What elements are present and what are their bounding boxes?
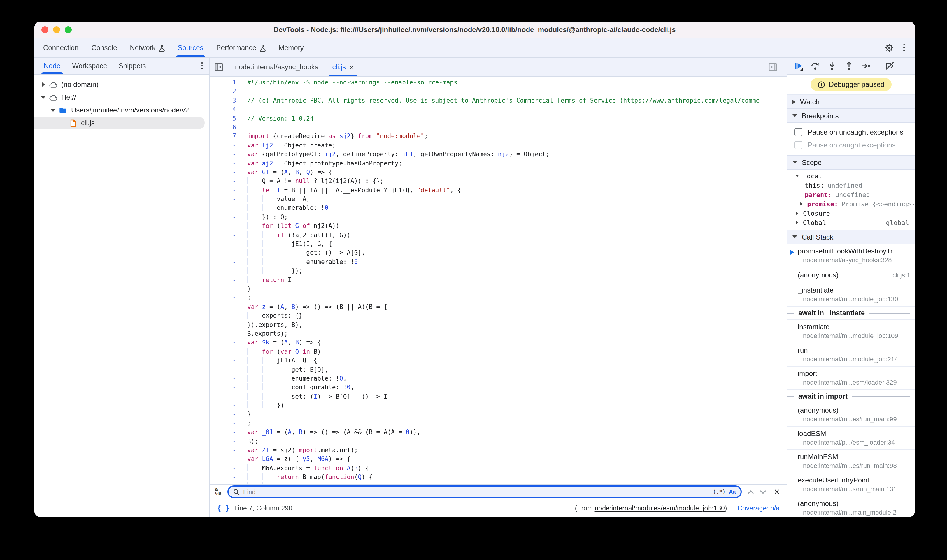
find-next-button[interactable]	[759, 490, 766, 494]
code-line[interactable]: -}	[210, 410, 787, 419]
sidebar-tab-snippets[interactable]: Snippets	[113, 58, 152, 74]
line-number-gutter[interactable]: -	[210, 249, 247, 258]
tree-item-cli-js[interactable]: cli.js	[34, 117, 205, 129]
call-stack-frame-instantiate[interactable]: _instantiatenode:internal/m...module_job…	[787, 283, 915, 306]
line-number-gutter[interactable]: -	[210, 168, 247, 177]
line-number-gutter[interactable]: -	[210, 410, 247, 419]
line-number-gutter[interactable]: 4	[210, 105, 247, 114]
code-line[interactable]: -var L6A = z( (_y5, M6A) => {	[210, 455, 787, 464]
code-line[interactable]: - exports: {}	[210, 311, 787, 320]
code-line[interactable]: 7import {createRequire as sj2} from "nod…	[210, 132, 787, 141]
sidebar-tab-workspace[interactable]: Workspace	[66, 58, 113, 74]
line-number-gutter[interactable]: -	[210, 419, 247, 428]
scope-row-promise[interactable]: promise: Promise {<pending>}	[787, 199, 915, 209]
code-line[interactable]: - jE1(A, Q, {	[210, 356, 787, 365]
code-line[interactable]: 4	[210, 105, 787, 114]
code-line[interactable]: - if (Q === "")	[210, 482, 787, 484]
tab-network[interactable]: Network	[123, 38, 171, 57]
line-number-gutter[interactable]: 1	[210, 78, 247, 87]
code-line[interactable]: - Q = A != null ? lj2(ij2(A)) : {};	[210, 177, 787, 186]
section-breakpoints[interactable]: Breakpoints	[787, 109, 915, 123]
section-call-stack[interactable]: Call Stack	[787, 230, 915, 244]
code-line[interactable]: -var Z1 = sj2(import.meta.url);	[210, 446, 787, 455]
line-number-gutter[interactable]: -	[210, 177, 247, 186]
line-number-gutter[interactable]: -	[210, 329, 247, 338]
step-out-button[interactable]	[844, 61, 854, 71]
code-line[interactable]: - jE1(I, G, {	[210, 240, 787, 249]
settings-gear-icon[interactable]	[884, 43, 895, 53]
line-number-gutter[interactable]: -	[210, 437, 247, 446]
call-stack-frame-instantiate[interactable]: instantiatenode:internal/m...module_job:…	[787, 320, 915, 343]
call-stack-frame-loadesm[interactable]: loadESMnode:internal/p.../esm_loader:34	[787, 426, 915, 450]
match-case-button[interactable]: Aa	[729, 489, 736, 495]
line-number-gutter[interactable]: -	[210, 428, 247, 437]
search-input[interactable]: Find (.*) Aa	[227, 485, 742, 498]
section-watch[interactable]: Watch	[787, 95, 915, 109]
call-stack-frame-anonymous[interactable]: (anonymous)cli.js:1	[787, 268, 915, 283]
collapse-left-panel-icon[interactable]	[210, 63, 228, 71]
code-line[interactable]: - enumerable: !0	[210, 258, 787, 266]
line-number-gutter[interactable]: -	[210, 311, 247, 320]
line-number-gutter[interactable]: -	[210, 213, 247, 222]
coverage-link[interactable]: Coverage: n/a	[738, 505, 780, 512]
source-map-link[interactable]: node:internal/modules/esm/module_job:130	[595, 505, 725, 512]
breakpoint-option-pause-on-uncaught-exceptions[interactable]: Pause on uncaught exceptions	[787, 126, 915, 139]
line-number-gutter[interactable]: -	[210, 320, 247, 329]
breakpoint-option-pause-on-caught-exceptions[interactable]: Pause on caught exceptions	[787, 139, 915, 151]
pretty-print-icon[interactable]: { }	[217, 504, 230, 512]
code-line[interactable]: - configurable: !0,	[210, 383, 787, 392]
tab-performance[interactable]: Performance	[210, 38, 272, 57]
code-line[interactable]: -B.exports);	[210, 329, 787, 338]
line-number-gutter[interactable]: -	[210, 401, 247, 410]
call-stack-frame-anonymous[interactable]: (anonymous)node:internal/m...main_module…	[787, 497, 915, 517]
tab-console[interactable]: Console	[85, 38, 123, 57]
tab-connection[interactable]: Connection	[37, 38, 85, 57]
line-number-gutter[interactable]: 7	[210, 132, 247, 141]
line-number-gutter[interactable]: -	[210, 472, 247, 482]
code-line[interactable]: - let I = B || !A || !A.__esModule ? jE1…	[210, 186, 787, 195]
call-stack-frame-promiseinithookwithdestroytr[interactable]: promiseInitHookWithDestroyTr…node:intern…	[787, 244, 915, 268]
code-line[interactable]: -var aj2 = Object.prototype.hasOwnProper…	[210, 159, 787, 168]
deactivate-breakpoints-button[interactable]	[885, 61, 895, 71]
line-number-gutter[interactable]: -	[210, 482, 247, 484]
step-into-button[interactable]	[827, 61, 837, 71]
file-tab-cli-js[interactable]: cli.js×	[325, 58, 361, 76]
line-number-gutter[interactable]: -	[210, 258, 247, 266]
code-line[interactable]: -var {getPrototypeOf: ij2, definePropert…	[210, 150, 787, 159]
sidebar-tab-node[interactable]: Node	[38, 58, 66, 74]
zoom-window-button[interactable]	[65, 26, 72, 33]
line-number-gutter[interactable]: -	[210, 302, 247, 311]
code-line[interactable]: - }) : Q;	[210, 213, 787, 222]
line-number-gutter[interactable]: -	[210, 231, 247, 240]
code-line[interactable]: - if (!aj2.call(I, G))	[210, 231, 787, 240]
code-line[interactable]: -B);	[210, 437, 787, 446]
code-line[interactable]: 3// (c) Anthropic PBC. All rights reserv…	[210, 96, 787, 105]
code-line[interactable]: - return B.map(function(Q) {	[210, 472, 787, 482]
code-line[interactable]: -var G1 = (A, B, Q) => {	[210, 168, 787, 177]
scope-row-closure[interactable]: Closure	[787, 209, 915, 218]
code-line[interactable]: - enumerable: !0	[210, 204, 787, 213]
resume-script-button[interactable]	[793, 61, 804, 71]
code-line[interactable]: -var lj2 = Object.create;	[210, 141, 787, 150]
code-line[interactable]: -}).exports, B),	[210, 320, 787, 329]
line-number-gutter[interactable]: -	[210, 186, 247, 195]
line-number-gutter[interactable]: -	[210, 446, 247, 455]
checkbox[interactable]	[794, 128, 802, 136]
line-number-gutter[interactable]: -	[210, 204, 247, 213]
code-line[interactable]: - for (let G of nj2(A))	[210, 222, 787, 231]
line-number-gutter[interactable]: 5	[210, 114, 247, 123]
code-line[interactable]: - });	[210, 266, 787, 275]
scope-row-local[interactable]: Local	[787, 171, 915, 181]
tab-memory[interactable]: Memory	[272, 38, 310, 57]
line-number-gutter[interactable]: 6	[210, 123, 247, 132]
line-number-gutter[interactable]: -	[210, 275, 247, 285]
line-number-gutter[interactable]: -	[210, 294, 247, 302]
code-line[interactable]: 1#!/usr/bin/env -S node --no-warnings --…	[210, 78, 787, 87]
section-scope[interactable]: Scope	[787, 155, 915, 169]
line-number-gutter[interactable]: 3	[210, 96, 247, 105]
code-line[interactable]: - return I	[210, 275, 787, 285]
line-number-gutter[interactable]: 2	[210, 87, 247, 96]
line-number-gutter[interactable]: -	[210, 285, 247, 294]
find-previous-button[interactable]	[747, 490, 754, 494]
code-line[interactable]: - })	[210, 401, 787, 410]
